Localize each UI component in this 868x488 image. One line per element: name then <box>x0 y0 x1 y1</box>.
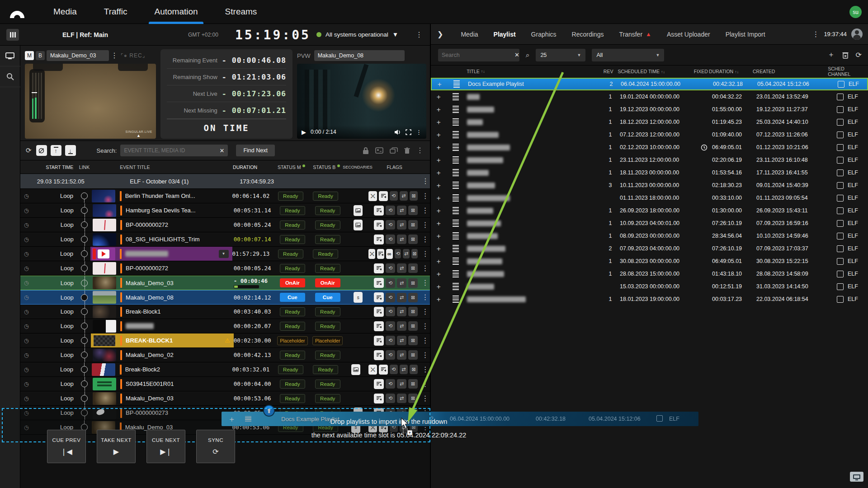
playlist-row[interactable]: ＋108.09.2023 00:00:00.0028:34:56.0410.10… <box>431 230 868 242</box>
no-media-flag-icon[interactable]: ⊠ <box>408 206 418 215</box>
collapse-chevron-icon[interactable]: ❯ <box>437 30 443 38</box>
reorder-flag-icon[interactable]: ⇄ <box>397 336 406 345</box>
row-kebab-menu[interactable]: ⋮ <box>422 380 429 388</box>
rundown-row[interactable]: ◷LoopBREAK-BLOCK1⚠00:02:30.00Placeholder… <box>20 333 430 348</box>
add-to-rundown-icon[interactable]: ＋ <box>431 118 446 127</box>
playlist-search-input[interactable] <box>442 52 514 58</box>
add-to-rundown-icon[interactable]: ＋ <box>431 156 446 164</box>
secondary-events-flag-icon[interactable] <box>374 336 384 346</box>
row-kebab-menu[interactable]: ⋮ <box>422 265 429 272</box>
playlist-row[interactable]: ＋126.09.2023 18:00:00.0001:30:00.0026.09… <box>431 204 868 217</box>
reorder-flag-icon[interactable]: ⇄ <box>397 379 406 389</box>
player-kebab-menu[interactable]: ⋮ <box>416 129 422 136</box>
refresh-icon[interactable]: ⟳ <box>26 146 32 155</box>
playlist-row[interactable]: ＋118.12.2023 12:00:00.0001:19:45.2325.03… <box>431 116 868 128</box>
tab-media[interactable]: Media <box>453 31 486 38</box>
playlist-row[interactable]: ＋310.11.2023 00:00:00.0002:18:30.2309.01… <box>431 179 868 192</box>
rundown-search-input[interactable] <box>124 147 219 154</box>
no-media-flag-icon[interactable]: ⊠ <box>408 220 418 230</box>
cards-icon[interactable] <box>390 147 398 154</box>
secondary-events-flag-icon[interactable] <box>379 191 387 201</box>
rundown-row[interactable]: ◷Loop00:00:20.07ReadyReady⟲⇄⊠⋮ <box>20 319 430 333</box>
clear-search-icon[interactable]: ✕ <box>219 147 224 154</box>
secondary-events-flag-icon[interactable] <box>374 278 384 288</box>
link-circle-icon[interactable] <box>81 265 88 272</box>
playlist-checkbox[interactable] <box>837 283 844 290</box>
add-to-rundown-icon[interactable]: ＋ <box>431 105 446 114</box>
account-avatar-icon[interactable] <box>851 28 863 40</box>
col-status-m[interactable]: STATUS M <box>274 164 309 170</box>
system-status-dropdown[interactable]: All systems operational ▼ <box>316 31 398 38</box>
search-icon[interactable]: ⌕ <box>526 51 529 59</box>
playlist-checkbox[interactable] <box>837 182 844 189</box>
reorder-flag-icon[interactable]: ⇄ <box>397 278 406 288</box>
infinite-loop-flag-icon[interactable]: ∞ <box>386 249 393 259</box>
reorder-flag-icon[interactable]: ⇄ <box>397 321 406 331</box>
row-link-node[interactable] <box>78 232 91 246</box>
row-kebab-menu[interactable]: ⋮ <box>422 192 429 200</box>
trash-icon[interactable] <box>404 147 410 154</box>
row-kebab-menu[interactable]: ⋮ <box>422 221 429 229</box>
secondary-graphic-icon[interactable] <box>351 364 360 375</box>
repeat-flag-icon[interactable]: ⟲ <box>386 206 395 215</box>
row-link-node[interactable] <box>78 391 91 405</box>
repeat-flag-icon[interactable]: ⟲ <box>386 379 395 389</box>
rundown-row[interactable]: ◷LoopBreak-Block200:03:32.01ReadyReady⤫⟲… <box>20 362 430 377</box>
tab-recordings[interactable]: Recordings <box>564 31 612 38</box>
tab-graphics[interactable]: Graphics <box>524 31 564 38</box>
rundown-row[interactable]: ◷LoopBreak-Block100:03:40.03ReadyReady⟲⇄… <box>20 305 430 319</box>
add-to-rundown-icon[interactable]: ＋ <box>431 206 446 215</box>
repeat-flag-icon[interactable]: ⟲ <box>386 293 395 302</box>
rundown-group-row[interactable]: 29.03 15:21:52.05 ELF - October 03/4 (1)… <box>20 174 430 189</box>
add-to-rundown-icon[interactable]: ＋ <box>431 244 446 253</box>
link-circle-icon[interactable] <box>81 337 88 344</box>
pgm-source-input[interactable] <box>47 50 109 61</box>
clear-playlist-search-icon[interactable]: ✕ <box>514 52 519 58</box>
tab-playlist[interactable]: Playlist <box>486 31 524 38</box>
secondary-events-flag-icon[interactable] <box>374 379 384 389</box>
col-title[interactable]: TITLE↑↓ <box>465 69 599 74</box>
link-circle-icon[interactable] <box>81 192 88 199</box>
add-to-rundown-icon[interactable]: ＋ <box>431 131 446 139</box>
group-kebab-menu[interactable]: ⋮ <box>422 178 429 185</box>
reorder-flag-icon[interactable]: ⇄ <box>397 293 406 302</box>
link-circle-icon[interactable] <box>81 323 88 329</box>
playlist-row[interactable]: ＋15.03.2023 00:00:00.0000:12:51.1931.03.… <box>431 280 868 293</box>
playlist-checkbox[interactable] <box>837 169 844 176</box>
no-media-flag-icon[interactable]: ⊠ <box>408 263 418 273</box>
link-circle-icon[interactable] <box>81 409 88 416</box>
row-link-node[interactable] <box>78 291 91 304</box>
add-to-rundown-icon[interactable]: ＋ <box>431 282 446 291</box>
virtual-keyboard-icon[interactable] <box>850 472 863 482</box>
rec-button[interactable]: ⌜● REC⌟ <box>121 52 145 59</box>
user-avatar[interactable]: su <box>849 6 862 18</box>
no-media-flag-icon[interactable]: ⊠ <box>408 336 418 345</box>
secondary-events-flag-icon[interactable] <box>374 321 384 331</box>
link-circle-icon[interactable] <box>81 308 88 315</box>
row-kebab-menu[interactable]: ⋮ <box>422 294 429 301</box>
tab-asset-uploader[interactable]: Asset Uploader <box>659 31 718 38</box>
secondary-events-flag-icon[interactable] <box>374 206 384 216</box>
no-media-flag-icon[interactable]: ⊠ <box>408 394 418 403</box>
monitor-m-button[interactable]: M <box>25 51 34 60</box>
repeat-flag-icon[interactable]: ⟲ <box>386 350 395 360</box>
playlist-checkbox[interactable] <box>837 271 844 277</box>
rundown-row[interactable]: ◷LoopBP-000000027200:00:05.24ReadyReady⟲… <box>20 261 430 276</box>
link-circle-icon[interactable] <box>81 294 88 301</box>
secondary-events-flag-icon[interactable] <box>374 292 384 302</box>
secondary-events-flag-icon[interactable] <box>374 307 384 317</box>
row-kebab-menu[interactable]: ⋮ <box>422 207 429 214</box>
link-circle-icon[interactable] <box>81 236 88 243</box>
row-link-node[interactable] <box>78 203 91 217</box>
repeat-flag-icon[interactable]: ⟲ <box>386 307 395 316</box>
header-kebab-menu[interactable]: ⋮ <box>415 31 423 38</box>
playlist-checkbox[interactable] <box>837 207 844 214</box>
no-media-flag-icon[interactable]: ⊠ <box>408 321 418 331</box>
no-media-flag-icon[interactable]: ⊠ <box>408 350 418 360</box>
add-to-rundown-icon[interactable]: ＋ <box>431 181 446 190</box>
row-kebab-menu[interactable]: ⋮ <box>422 308 429 315</box>
row-link-node[interactable] <box>78 348 91 362</box>
col-scheduled-time[interactable]: SCHEDULED TIME↑↓ <box>618 69 693 74</box>
secondary-events-flag-icon[interactable] <box>374 263 384 273</box>
playlist-row[interactable]: ＋102.12.2023 10:00:00.0006:49:05.0101.12… <box>431 141 868 154</box>
